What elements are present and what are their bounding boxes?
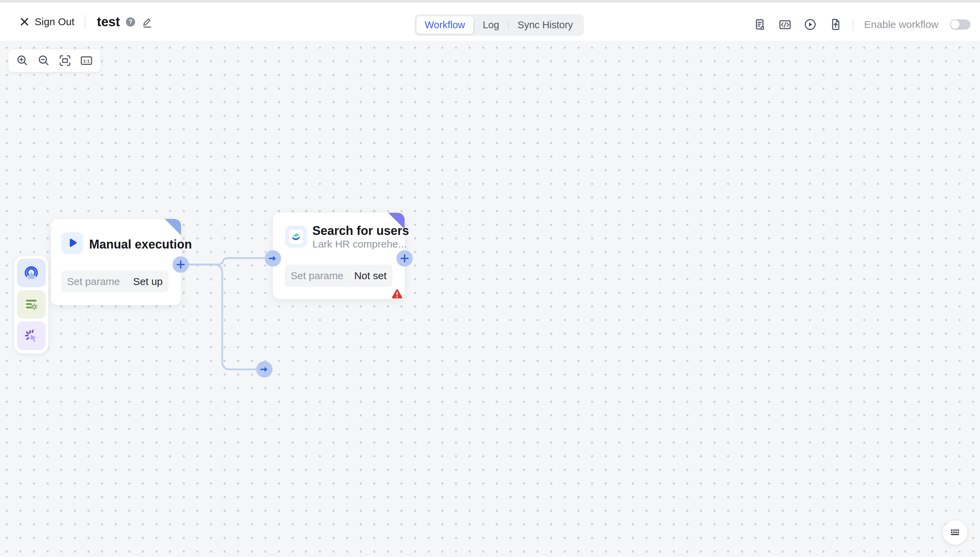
edit-pencil-icon <box>141 15 154 28</box>
gear-icon <box>32 304 37 310</box>
header-divider <box>85 14 85 29</box>
workflow-canvas[interactable]: 1:1 <box>0 41 980 557</box>
node-fold-corner <box>165 219 181 235</box>
plus-icon <box>172 256 189 273</box>
workflow-title: test <box>97 15 120 29</box>
zoom-in-button[interactable] <box>16 54 29 67</box>
play-circle-icon <box>804 18 817 31</box>
param-row[interactable]: Set parame Not set <box>285 265 392 287</box>
arrow-right-icon <box>265 250 281 267</box>
play-trigger-icon <box>67 237 78 249</box>
svg-text:1:1: 1:1 <box>83 59 89 64</box>
node-palette <box>14 256 48 353</box>
warning-icon[interactable] <box>391 289 403 299</box>
fit-view-button[interactable] <box>58 54 72 67</box>
connector-endpoint-arrow[interactable] <box>265 250 281 267</box>
enable-workflow-toggle[interactable] <box>950 20 970 29</box>
keyboard-icon <box>951 529 960 536</box>
zoom-out-icon <box>38 54 50 67</box>
workflow-editor: Sign Out test ? Workflow Log Sync Histor… <box>0 0 980 557</box>
tab-workflow[interactable]: Workflow <box>417 16 473 34</box>
node-manual-execution[interactable]: Manual execution Set parame Set up <box>51 219 181 305</box>
param-value[interactable]: Not set <box>354 270 386 282</box>
node-subtitle: Lark HR comprehe... <box>312 238 407 250</box>
tab-sync-history[interactable]: Sync History <box>509 16 582 34</box>
header-right-group: Enable workflow <box>753 5 970 44</box>
release-notes-button[interactable] <box>753 18 766 31</box>
node-title: Search for users <box>312 224 409 238</box>
sign-out-label[interactable]: Sign Out <box>35 16 75 28</box>
header-divider <box>853 18 853 31</box>
param-label: Set parame <box>290 270 343 282</box>
release-notes-icon <box>754 18 766 31</box>
publish-file-icon <box>829 18 842 31</box>
list-settings-icon <box>23 296 39 312</box>
close-icon <box>19 16 30 27</box>
actual-size-button[interactable]: 1:1 <box>80 54 93 67</box>
click-cursor-icon <box>23 328 39 344</box>
help-icon[interactable]: ? <box>126 17 135 26</box>
test-run-button[interactable] <box>804 18 817 31</box>
add-node-button[interactable] <box>396 250 413 267</box>
node-icon-tile <box>285 226 307 248</box>
palette-cursor-actions-button[interactable] <box>17 321 45 350</box>
view-code-button[interactable] <box>779 18 792 31</box>
connector-endpoint-arrow[interactable] <box>256 361 273 378</box>
zoom-out-button[interactable] <box>37 54 51 67</box>
keyboard-shortcuts-button[interactable] <box>943 520 967 545</box>
node-search-for-users[interactable]: Search for users Lark HR comprehe... Set… <box>273 213 405 299</box>
node-icon-tile <box>61 232 83 254</box>
lark-app-icon <box>289 230 303 244</box>
view-tabs: Workflow Log Sync History <box>414 14 584 36</box>
fit-view-icon <box>59 54 71 67</box>
rename-button[interactable] <box>141 15 154 28</box>
palette-trigger-button[interactable] <box>17 259 45 287</box>
trigger-icon <box>23 265 39 281</box>
actual-size-icon: 1:1 <box>80 54 93 67</box>
publish-button[interactable] <box>829 18 842 31</box>
window-top-strip <box>0 0 980 3</box>
node-title: Manual execution <box>89 237 192 252</box>
enable-workflow-label: Enable workflow <box>864 19 938 30</box>
param-label: Set parame <box>67 276 120 287</box>
param-row[interactable]: Set parame Set up <box>61 271 169 292</box>
tab-log[interactable]: Log <box>474 16 508 34</box>
code-icon <box>779 18 792 31</box>
param-value[interactable]: Set up <box>133 276 163 287</box>
header-left-group: Sign Out test ? <box>19 3 154 41</box>
zoom-in-icon <box>16 54 29 67</box>
close-button[interactable] <box>19 16 30 27</box>
add-node-button[interactable] <box>172 256 189 273</box>
plus-icon <box>396 250 413 267</box>
zoom-toolbar: 1:1 <box>8 49 101 72</box>
toggle-knob <box>951 20 960 29</box>
arrow-right-icon <box>256 361 273 378</box>
palette-flow-options-button[interactable] <box>17 290 45 319</box>
header-bar: Sign Out test ? Workflow Log Sync Histor… <box>0 3 980 41</box>
